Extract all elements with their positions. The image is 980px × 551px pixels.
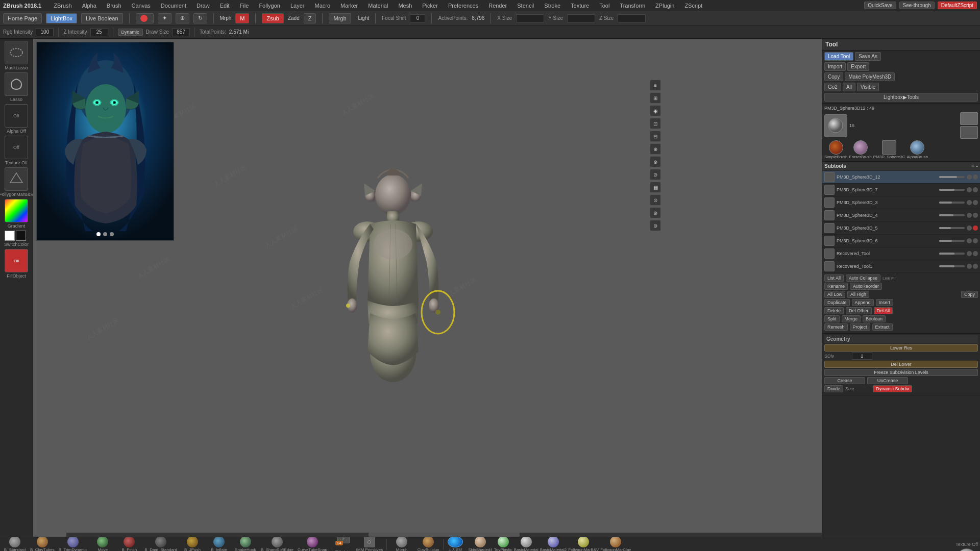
- draw-size-input[interactable]: [172, 28, 190, 36]
- menu-document[interactable]: Document: [159, 2, 188, 10]
- subtool-lock-4[interactable]: [973, 226, 978, 231]
- dynamic-label[interactable]: Dynamic: [118, 29, 143, 36]
- auto-reorder-button[interactable]: AutoReorder: [850, 283, 882, 290]
- insert-button[interactable]: Insert: [876, 299, 894, 306]
- follygon-clay[interactable]: FollygonMarClay: [600, 537, 631, 551]
- menu-preferences[interactable]: Preferences: [446, 2, 480, 10]
- mrgb-button[interactable]: Mrgb: [329, 13, 351, 23]
- export-button[interactable]: Export: [847, 62, 869, 71]
- mini-btn-5[interactable]: ⊟: [650, 131, 661, 142]
- menu-material[interactable]: Material: [366, 2, 390, 10]
- subtool-slider-6[interactable]: [939, 253, 965, 255]
- split-button[interactable]: Split: [824, 315, 840, 322]
- lasso-tool[interactable]: Lasso: [2, 72, 31, 102]
- toy-plastic[interactable]: ToyPlastic: [494, 537, 512, 551]
- zsub-button[interactable]: Zsub: [262, 13, 283, 23]
- menu-picker[interactable]: Picker: [420, 2, 440, 10]
- brush-b-standard[interactable]: B_Standard: [2, 537, 28, 551]
- auto-collapse-button[interactable]: Auto Collapse: [846, 274, 880, 282]
- zmodeler-item[interactable]: Z 14 ZModeler: [333, 537, 354, 551]
- freeze-subdiv-button[interactable]: Freeze SubDivision Levels: [824, 369, 978, 376]
- brush-curve[interactable]: CurveTubeSnap: [296, 537, 329, 551]
- visible-button[interactable]: Visible: [857, 83, 879, 91]
- brush-b-push[interactable]: B_JPush: [180, 537, 205, 551]
- carousel-dot-1[interactable]: [96, 232, 101, 236]
- mini-btn-12[interactable]: ⊚: [650, 220, 661, 231]
- brush-b-trimdynamic[interactable]: B_TrimDynamic: [57, 537, 89, 551]
- menu-brush[interactable]: Brush: [105, 2, 124, 10]
- default2script-button[interactable]: DefaultZScript: [938, 2, 977, 9]
- menu-canvas[interactable]: Canvas: [130, 2, 153, 10]
- basic-material2[interactable]: BasicMaterial2: [540, 537, 567, 551]
- subtools-expand-icon[interactable]: +: [971, 163, 974, 169]
- copy-button[interactable]: Copy: [824, 72, 843, 81]
- z-intensity-input[interactable]: [90, 28, 108, 36]
- home-page-button[interactable]: Home Page: [3, 13, 42, 23]
- carousel-dot-3[interactable]: [110, 232, 114, 236]
- menu-zscript[interactable]: ZScript: [682, 2, 704, 10]
- texture-off-tool[interactable]: Off Texture Off: [2, 136, 31, 165]
- sdiv-input[interactable]: [852, 353, 872, 360]
- subtool-eye-6[interactable]: [967, 251, 972, 256]
- merge-button[interactable]: Merge: [842, 315, 861, 322]
- subtool-lock-0[interactable]: [973, 174, 978, 180]
- del-all-button[interactable]: Del All: [874, 307, 893, 314]
- y-size-input[interactable]: 3.64771: [567, 14, 595, 22]
- sphere-thumb-2[interactable]: [960, 126, 978, 139]
- subtool-item-5[interactable]: PM3D_Sphere3D_6: [822, 235, 980, 247]
- brush-b-claytubes[interactable]: B_ClayTubes: [29, 537, 56, 551]
- menu-zplugin[interactable]: ZPlugin: [653, 2, 676, 10]
- make-polymesh-button[interactable]: Make PolyMesh3D: [845, 72, 895, 81]
- mini-btn-1[interactable]: ≡: [650, 80, 661, 91]
- h-scrollbar[interactable]: [66, 533, 822, 537]
- draw-mode-button[interactable]: [136, 13, 154, 23]
- subtool-lock-1[interactable]: [973, 187, 978, 192]
- quicksave-button[interactable]: QuickSave: [864, 2, 896, 9]
- lightbox-tools-button[interactable]: Lightbox▶Tools: [824, 93, 978, 102]
- menu-file[interactable]: File: [238, 2, 251, 10]
- subtool-lock-3[interactable]: [973, 213, 978, 218]
- rotate-icon-button[interactable]: ↻: [193, 13, 207, 23]
- basic-material[interactable]: BasicMaterial: [514, 537, 538, 551]
- subtool-eye-2[interactable]: [967, 200, 972, 205]
- menu-macro[interactable]: Macro: [312, 2, 332, 10]
- lower-res-button[interactable]: Lower Res: [824, 344, 978, 352]
- white-swatch[interactable]: [5, 231, 15, 241]
- list-all-button[interactable]: List All: [824, 274, 844, 282]
- mini-btn-10[interactable]: ⊙: [650, 194, 661, 206]
- rename-button[interactable]: Rename: [824, 283, 848, 290]
- move-icon-button[interactable]: ✦: [158, 13, 172, 23]
- switch-color-tool[interactable]: SwitchColor: [2, 231, 31, 247]
- menu-render[interactable]: Render: [486, 2, 509, 10]
- boolean-button[interactable]: Boolean: [863, 315, 886, 322]
- masklasso-tool[interactable]: MaskLasso: [2, 41, 31, 70]
- mini-btn-2[interactable]: ⊞: [650, 92, 661, 104]
- mini-btn-4[interactable]: ⊡: [650, 118, 661, 129]
- subtool-item-1[interactable]: PM3D_Sphere3D_7: [822, 184, 980, 196]
- mini-btn-6[interactable]: ⊕: [650, 143, 661, 155]
- mini-btn-9[interactable]: ▦: [650, 182, 661, 193]
- subtool-eye-0[interactable]: [967, 174, 972, 180]
- all-button[interactable]: All: [843, 83, 855, 91]
- subtool-eye-4[interactable]: [967, 226, 972, 231]
- menu-tool[interactable]: Tool: [597, 2, 611, 10]
- menu-texture[interactable]: Texture: [569, 2, 591, 10]
- subtool-eye-1[interactable]: [967, 187, 972, 192]
- all-low-button[interactable]: All Low: [824, 291, 845, 298]
- subtool-slider-7[interactable]: [939, 265, 965, 267]
- subtool-item-4[interactable]: PM3D_Sphere3D_5: [822, 222, 980, 235]
- imm-primitives-item[interactable]: ⬡ IMM Primitives: [355, 537, 384, 551]
- menu-zbrush[interactable]: ZBrush: [52, 2, 74, 10]
- polygon-markers-tool[interactable]: FollygonMarB&V: [2, 167, 31, 197]
- see-through-button[interactable]: See-through: [899, 2, 935, 9]
- black-swatch[interactable]: [16, 231, 26, 241]
- sphere-thumb-1[interactable]: [960, 112, 978, 125]
- import-button[interactable]: Import: [824, 62, 846, 71]
- alpha-off-tool[interactable]: Off Alpha Off: [2, 104, 31, 134]
- del-lower-button[interactable]: Del Lower: [824, 361, 978, 368]
- alpha-brush[interactable]: AlphaBrush: [907, 140, 928, 159]
- x-size-input[interactable]: 6.29963: [516, 14, 544, 22]
- menu-mesh[interactable]: Mesh: [396, 2, 414, 10]
- mini-btn-7[interactable]: ⊗: [650, 156, 661, 167]
- live-boolean-button[interactable]: Live Boolean: [81, 13, 123, 23]
